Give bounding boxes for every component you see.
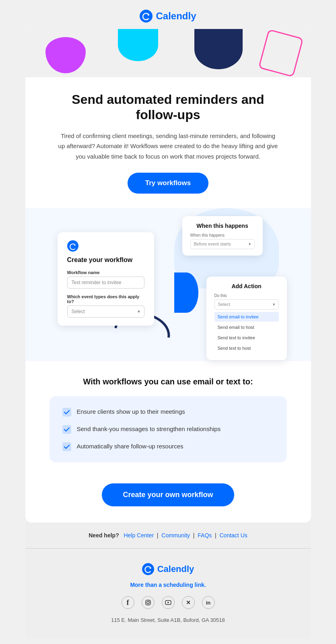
action-select[interactable]: Select ▾ xyxy=(214,299,279,310)
svg-point-7 xyxy=(142,563,154,575)
faqs-link[interactable]: FAQs xyxy=(198,532,212,539)
feature-item-1: Ensure clients show up to their meetings xyxy=(62,407,274,417)
calendly-logo-icon xyxy=(140,10,153,23)
features-section: With workflows you can use email or text… xyxy=(25,361,311,471)
logo-area: Calendly xyxy=(140,10,196,23)
twitter-x-icon[interactable]: ✕ xyxy=(182,596,195,609)
svg-point-11 xyxy=(149,601,150,602)
hero-body: Tired of confirming client meetings, sen… xyxy=(58,131,279,162)
instagram-icon[interactable] xyxy=(142,596,155,609)
create-workflow-button[interactable]: Create your own workflow xyxy=(102,483,234,506)
footer-tagline: More than a scheduling link. xyxy=(130,582,206,588)
shape-cyan xyxy=(118,29,158,61)
footer-help-text: Need help? Help Center | Community | FAQ… xyxy=(41,532,295,539)
action-item-email-host[interactable]: Send email to host xyxy=(214,322,279,332)
feature-text-1: Ensure clients show up to their meetings xyxy=(77,407,185,417)
svg-rect-6 xyxy=(62,442,71,451)
create-workflow-title: Create your workflow xyxy=(67,256,144,264)
main-card: Send automated reminders and follow-ups … xyxy=(25,29,311,522)
shape-purple xyxy=(45,37,86,73)
need-help-label: Need help? xyxy=(89,532,119,539)
shapes-area xyxy=(25,29,311,77)
footer-logo-area: Calendly xyxy=(142,563,194,575)
feature-item-2: Send thank-you messages to strengthen re… xyxy=(62,425,274,434)
feature-item-3: Automatically share follow-up resources xyxy=(62,442,274,451)
when-card: When this happens When this happens Befo… xyxy=(182,216,263,256)
when-label: When this happens xyxy=(190,233,255,237)
when-value: Before event starts ▾ xyxy=(190,239,255,249)
footer-address: 115 E. Main Street, Suite A1B, Buford, G… xyxy=(111,617,225,623)
svg-rect-4 xyxy=(62,408,71,417)
create-workflow-card: Create your workflow Workflow name Text … xyxy=(58,232,154,326)
when-card-title: When this happens xyxy=(190,223,255,229)
svg-point-3 xyxy=(74,245,75,246)
hero-title: Send automated reminders and follow-ups xyxy=(58,92,279,123)
svg-point-1 xyxy=(148,14,149,16)
cta-section: Create your own workflow xyxy=(25,471,311,522)
svg-rect-5 xyxy=(62,425,71,434)
svg-point-0 xyxy=(140,10,153,23)
svg-point-8 xyxy=(149,568,151,569)
workflow-name-input[interactable]: Text reminder to invitee xyxy=(67,277,144,289)
add-action-title: Add Action xyxy=(214,283,279,289)
feature-text-2: Send thank-you messages to strengthen re… xyxy=(77,425,221,434)
footer-help: Need help? Help Center | Community | FAQ… xyxy=(25,522,311,548)
help-center-link[interactable]: Help Center xyxy=(124,532,154,539)
check-icon-3 xyxy=(62,442,71,451)
workflow-name-label: Workflow name xyxy=(67,270,144,275)
features-box: Ensure clients show up to their meetings… xyxy=(49,396,287,462)
chevron-down-icon: ▾ xyxy=(138,309,140,314)
action-select-text: Select xyxy=(218,302,231,307)
footer-logo-text: Calendly xyxy=(157,564,194,574)
shape-navy xyxy=(194,29,243,69)
illustration-section: Create your workflow Workflow name Text … xyxy=(25,208,311,361)
try-workflows-button[interactable]: Try workflows xyxy=(128,173,208,194)
shape-pink-outline xyxy=(258,29,303,77)
chevron-icon: ▾ xyxy=(249,242,251,247)
email-wrapper: Calendly Send automated reminders and fo… xyxy=(0,0,336,639)
linkedin-icon[interactable]: in xyxy=(202,596,215,609)
action-item-text-invitee[interactable]: Send text to invitee xyxy=(214,333,279,343)
svg-point-10 xyxy=(147,601,149,604)
svg-rect-9 xyxy=(146,600,150,605)
hero-section: Send automated reminders and follow-ups … xyxy=(25,77,311,208)
chevron-down-icon: ▾ xyxy=(273,302,275,307)
youtube-icon[interactable] xyxy=(162,596,175,609)
check-icon-2 xyxy=(62,425,71,434)
social-icons: f ✕ in xyxy=(122,596,215,609)
features-title: With workflows you can use email or text… xyxy=(49,377,287,386)
add-action-card: Add Action Do this Select ▾ Send email t… xyxy=(206,277,287,360)
when-value-text: Before event starts xyxy=(194,242,231,247)
event-types-label: Which event types does this apply to? xyxy=(67,294,144,304)
contact-us-link[interactable]: Contact Us xyxy=(220,532,247,539)
check-icon-1 xyxy=(62,408,71,417)
blue-accent-shape xyxy=(174,272,198,313)
footer-calendly-logo-icon xyxy=(142,563,154,575)
header: Calendly xyxy=(0,0,336,23)
action-item-text-host[interactable]: Send text to host xyxy=(214,343,279,353)
header-logo-text: Calendly xyxy=(156,10,196,22)
feature-text-3: Automatically share follow-up resources xyxy=(77,442,183,451)
event-types-select[interactable]: Select ▾ xyxy=(67,305,144,318)
community-link[interactable]: Community xyxy=(161,532,190,539)
do-this-label: Do this xyxy=(214,293,279,298)
action-item-email-invitee[interactable]: Send email to invitee xyxy=(214,312,279,322)
workflow-card-logo-icon xyxy=(67,240,78,252)
footer-bottom: Calendly More than a scheduling link. f … xyxy=(25,549,311,639)
facebook-icon[interactable]: f xyxy=(122,596,134,609)
select-text: Select xyxy=(72,309,85,314)
